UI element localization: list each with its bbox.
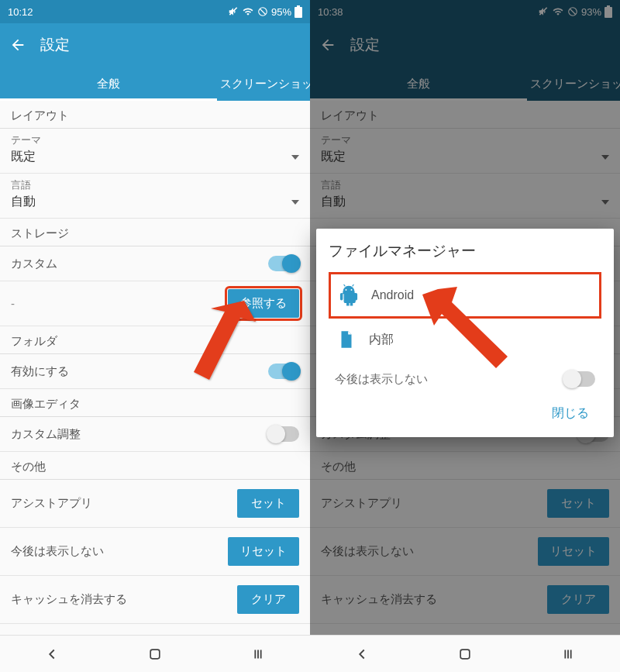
chevron-down-icon	[291, 200, 299, 205]
chevron-down-icon	[291, 155, 299, 160]
folder-enable-label: 有効にする	[11, 364, 69, 379]
battery-text: 95%	[271, 6, 291, 18]
folder-enable-switch[interactable]	[268, 364, 299, 379]
android-icon	[337, 284, 360, 307]
section-other: その他	[310, 452, 620, 480]
nav-home-icon[interactable]	[457, 646, 473, 662]
dialog-dont-show-switch[interactable]	[564, 371, 595, 387]
dialog-dont-show-label: 今後は表示しない	[335, 372, 428, 387]
theme-select[interactable]: テーマ 既定	[310, 129, 620, 174]
svg-rect-0	[294, 7, 302, 18]
folder-enable-row: 有効にする	[0, 354, 310, 389]
storage-path-value: -	[11, 297, 15, 310]
status-time: 10:12	[8, 6, 33, 18]
assist-row: アシストアプリ セット	[310, 480, 620, 528]
app-bar: 設定	[0, 23, 310, 67]
theme-label: テーマ	[11, 133, 299, 147]
battery-icon	[604, 5, 612, 18]
svg-rect-9	[460, 650, 470, 659]
editor-custom-switch[interactable]	[268, 426, 299, 442]
svg-point-13	[346, 289, 347, 291]
no-icon	[567, 6, 578, 17]
section-editor: 画像エディタ	[0, 389, 310, 417]
chevron-down-icon	[601, 155, 609, 160]
dont-show-row: 今後は表示しない リセット	[310, 528, 620, 576]
battery-icon	[294, 5, 302, 18]
nav-bar	[310, 635, 620, 672]
language-label: 言語	[11, 178, 299, 192]
nav-back-icon[interactable]	[353, 646, 370, 663]
storage-path-row: - 参照する	[0, 281, 310, 326]
assist-set-button[interactable]: セット	[547, 489, 609, 518]
dialog-option-internal[interactable]: 内部	[329, 319, 601, 360]
nav-back-icon[interactable]	[43, 646, 60, 663]
clear-cache-label: キャッシュを消去する	[11, 592, 127, 607]
browse-button[interactable]: 参照する	[228, 289, 299, 318]
back-icon[interactable]	[9, 36, 26, 53]
tab-screenshot[interactable]: スクリーンショッ	[527, 67, 620, 101]
svg-rect-1	[297, 5, 300, 7]
screen-left: 10:12 95% 設定 全般 スクリーンショッ レイアウト テーマ 既定 言語…	[0, 0, 310, 672]
content: レイアウト テーマ 既定 言語 自動 ストレージ カスタム - 参照する フォル…	[0, 101, 310, 635]
clear-cache-button[interactable]: クリア	[237, 585, 299, 614]
dont-show-reset-button[interactable]: リセット	[538, 537, 609, 566]
assist-row: アシストアプリ セット	[0, 480, 310, 528]
status-time: 10:38	[318, 6, 343, 18]
clear-cache-row: キャッシュを消去する クリア	[310, 576, 620, 624]
status-bar: 10:38 93%	[310, 0, 620, 23]
editor-custom-label: カスタム調整	[11, 427, 81, 442]
nav-home-icon[interactable]	[147, 646, 163, 662]
file-icon	[335, 328, 358, 351]
nav-bar	[0, 635, 310, 672]
no-icon	[257, 6, 268, 17]
dialog-actions: 閉じる	[329, 393, 601, 431]
section-layout: レイアウト	[310, 101, 620, 129]
section-storage: ストレージ	[0, 219, 310, 246]
appbar-title: 設定	[40, 35, 70, 55]
storage-custom-label: カスタム	[11, 257, 57, 271]
dont-show-reset-button[interactable]: リセット	[228, 537, 299, 566]
dialog-android-label: Android	[371, 288, 414, 302]
dialog-dont-show-row: 今後は表示しない	[329, 360, 601, 393]
status-bar: 10:12 95%	[0, 0, 310, 23]
tab-general[interactable]: 全般	[310, 67, 527, 101]
language-value: 自動	[11, 194, 36, 210]
tab-bar: 全般 スクリーンショッ	[310, 67, 620, 101]
status-icons: 95%	[228, 5, 302, 18]
tab-general[interactable]: 全般	[0, 67, 217, 101]
app-bar: 設定	[310, 23, 620, 67]
mute-icon	[228, 6, 239, 17]
chevron-down-icon	[601, 200, 609, 205]
battery-text: 93%	[581, 6, 601, 18]
theme-value: 既定	[11, 149, 36, 165]
assist-label: アシストアプリ	[11, 496, 92, 511]
wifi-icon	[552, 6, 564, 17]
language-select[interactable]: 言語 自動	[0, 174, 310, 219]
section-layout: レイアウト	[0, 101, 310, 129]
dialog-option-android[interactable]: Android	[329, 272, 601, 319]
dont-show-row: 今後は表示しない リセット	[0, 528, 310, 576]
svg-point-14	[351, 289, 353, 291]
svg-rect-2	[150, 650, 160, 659]
dialog-title: ファイルマネージャー	[329, 241, 601, 261]
screen-right: 10:38 93% 設定 全般 スクリーンショッ レイアウト テーマ 既定 言語…	[310, 0, 620, 672]
svg-rect-7	[604, 7, 612, 18]
storage-custom-row: カスタム	[0, 246, 310, 281]
assist-set-button[interactable]: セット	[237, 489, 299, 518]
tab-screenshot[interactable]: スクリーンショッ	[217, 67, 310, 101]
section-folder: フォルダ	[0, 326, 310, 354]
file-manager-dialog: ファイルマネージャー Android 内部 今後は表示しない 閉じる	[316, 229, 614, 437]
back-icon[interactable]	[319, 36, 336, 53]
language-select[interactable]: 言語 自動	[310, 174, 620, 219]
storage-custom-switch[interactable]	[268, 256, 299, 271]
nav-recent-icon[interactable]	[250, 646, 267, 663]
dialog-close-button[interactable]: 閉じる	[542, 399, 598, 428]
section-other: その他	[0, 452, 310, 480]
svg-rect-8	[607, 5, 610, 7]
theme-select[interactable]: テーマ 既定	[0, 129, 310, 174]
wifi-icon	[242, 6, 254, 17]
clear-cache-button[interactable]: クリア	[547, 585, 609, 614]
nav-recent-icon[interactable]	[560, 646, 577, 663]
tab-bar: 全般 スクリーンショッ	[0, 67, 310, 101]
mute-icon	[538, 6, 549, 17]
